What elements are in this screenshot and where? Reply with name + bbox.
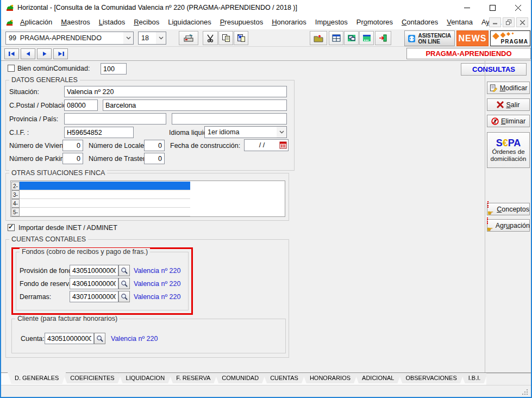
parkings-input[interactable] (62, 153, 83, 164)
scissors-icon (206, 34, 215, 42)
otras-situaciones-title: OTRAS SITUACIONES FINCA (9, 169, 107, 177)
modificar-button[interactable]: Modificar (487, 82, 530, 94)
menu-impuestos[interactable]: Impuestos (311, 16, 352, 29)
previous-record-button[interactable] (21, 48, 35, 59)
search-icon (96, 335, 103, 342)
cpostal-input[interactable] (64, 100, 98, 111)
cascade-windows-button[interactable] (344, 31, 359, 45)
copy-button[interactable] (218, 31, 233, 45)
import-folder-button[interactable] (310, 31, 327, 45)
menu-aplicacion[interactable]: Aplicación (16, 16, 57, 29)
calendar-icon[interactable] (279, 141, 287, 149)
mdi-minimize-button[interactable] (489, 17, 501, 27)
fondo-reserva-input[interactable] (70, 278, 118, 289)
tab-ibi[interactable]: I.B.I. (461, 373, 488, 383)
printer-setup-button[interactable] (179, 31, 198, 45)
fondo-reserva-search-button[interactable] (118, 278, 130, 289)
derramas-search-button[interactable] (118, 291, 130, 302)
cuenta-input[interactable] (45, 333, 94, 344)
conceptos-button[interactable]: ☛ Conceptos (487, 203, 530, 215)
tab-coeficientes[interactable]: COEFICIENTES (63, 373, 121, 383)
importar-inet-checkbox[interactable] (8, 224, 15, 231)
cuenta-search-button[interactable] (94, 333, 105, 344)
idioma-combobox[interactable]: 1er idioma (204, 126, 287, 138)
first-record-button[interactable] (4, 48, 19, 59)
grid-row-header[interactable]: 5- (11, 208, 20, 216)
search-icon (121, 267, 128, 274)
poblacion-input[interactable] (103, 100, 287, 111)
provision-fondos-input[interactable] (70, 265, 118, 276)
tab-honorarios[interactable]: HONORARIOS (303, 373, 358, 383)
mdi-restore-button[interactable] (503, 17, 515, 27)
exit-door-button[interactable] (375, 31, 391, 45)
agrupacion-button[interactable]: ☛ Agrupación (487, 219, 530, 232)
news-button[interactable]: NEWS (456, 30, 489, 46)
bien-comun-checkbox[interactable] (8, 65, 15, 72)
salir-button[interactable]: Salir (487, 98, 530, 111)
tab-d-generales[interactable]: D. GENERALES (8, 372, 66, 384)
pragma-logo-button[interactable]: PRAGMA (490, 30, 530, 46)
paste-button[interactable] (234, 31, 248, 45)
menu-listados[interactable]: Listados (95, 16, 129, 29)
year-combobox[interactable]: 18 (138, 32, 166, 45)
fecha-construccion-field[interactable]: / / (244, 139, 289, 151)
tab-observaciones[interactable]: OBSERVACIONES (398, 373, 464, 383)
resize-grip-icon[interactable] (522, 394, 523, 395)
cuenta-desc: Valencia nº 220 (111, 335, 158, 343)
eliminar-button[interactable]: Eliminar (487, 115, 530, 127)
fondos-title: Fondos (cobro de recibos y pago de fras.… (20, 248, 150, 256)
trasteros-input[interactable] (144, 153, 165, 164)
provincia-input[interactable] (64, 113, 166, 125)
tab-comunidad[interactable]: COMUNIDAD (215, 373, 266, 383)
tab-liquidacion[interactable]: LIQUIDACION (119, 373, 172, 383)
tab-adicional[interactable]: ADICIONAL (355, 373, 401, 383)
consultas-button[interactable]: CONSULTAS (461, 63, 527, 76)
last-record-button[interactable] (53, 48, 68, 59)
grid-row[interactable] (20, 199, 190, 208)
situacion-input[interactable] (64, 86, 287, 97)
locales-input[interactable] (144, 140, 165, 151)
pais-input[interactable] (172, 113, 287, 125)
sepa-button[interactable]: S€PA Órdenes dedomiciliación (487, 132, 530, 168)
menu-recibos[interactable]: Recibos (129, 16, 164, 29)
grid-row-selected[interactable] (20, 182, 190, 190)
menu-maestros[interactable]: Maestros (57, 16, 94, 29)
menu-ventana[interactable]: Ventana (442, 16, 477, 29)
menu-bar: Aplicación Maestros Listados Recibos Liq… (1, 15, 531, 29)
edit-document-icon (490, 84, 498, 92)
cuentas-contables-groupbox: CUENTAS CONTABLES Fondos (cobro de recib… (5, 239, 289, 358)
company-combobox[interactable]: 99 PRAGMA-APRENDIENDO (5, 32, 134, 45)
arrange-icons-button[interactable] (359, 31, 374, 45)
menu-honorarios[interactable]: Honorarios (267, 16, 311, 29)
menu-contadores[interactable]: Contadores (397, 16, 442, 29)
cif-input[interactable] (64, 127, 134, 138)
grid-row[interactable] (20, 190, 190, 199)
idioma-combobox-value: 1er idioma (205, 127, 277, 138)
copy-icon (222, 34, 230, 42)
mdi-close-button[interactable] (516, 17, 528, 27)
comunidad-input[interactable] (101, 63, 127, 74)
derramas-input[interactable] (70, 291, 118, 302)
menu-liquidaciones[interactable]: Liquidaciones (164, 16, 216, 29)
previous-record-icon (24, 51, 32, 57)
tab-cuentas[interactable]: CUENTAS (263, 373, 305, 383)
grid-row[interactable] (20, 208, 190, 216)
grid-row-header[interactable]: 2- (11, 182, 20, 190)
minimize-button[interactable] (454, 0, 480, 15)
provision-fondos-search-button[interactable] (118, 265, 130, 276)
menu-promotores[interactable]: Promotores (352, 16, 397, 29)
derramas-label: Derramas: (20, 293, 51, 301)
menu-presupuestos[interactable]: Presupuestos (216, 16, 268, 29)
provincia-pais-label: Provincia / País: (9, 115, 58, 123)
next-record-button[interactable] (37, 48, 52, 59)
tab-f-reserva[interactable]: F. RESERVA (169, 373, 217, 383)
tile-windows-button[interactable] (329, 31, 343, 45)
grid-row-header[interactable]: 4- (11, 199, 20, 208)
asistencia-online-button[interactable]: ASISTENCIAON LINE (404, 30, 455, 46)
teamviewer-icon (408, 34, 415, 43)
grid-row-header[interactable]: 3- (11, 190, 20, 199)
close-button[interactable] (505, 0, 531, 15)
viviendas-input[interactable] (62, 140, 83, 151)
maximize-button[interactable] (480, 0, 505, 15)
cut-button[interactable] (203, 31, 218, 45)
